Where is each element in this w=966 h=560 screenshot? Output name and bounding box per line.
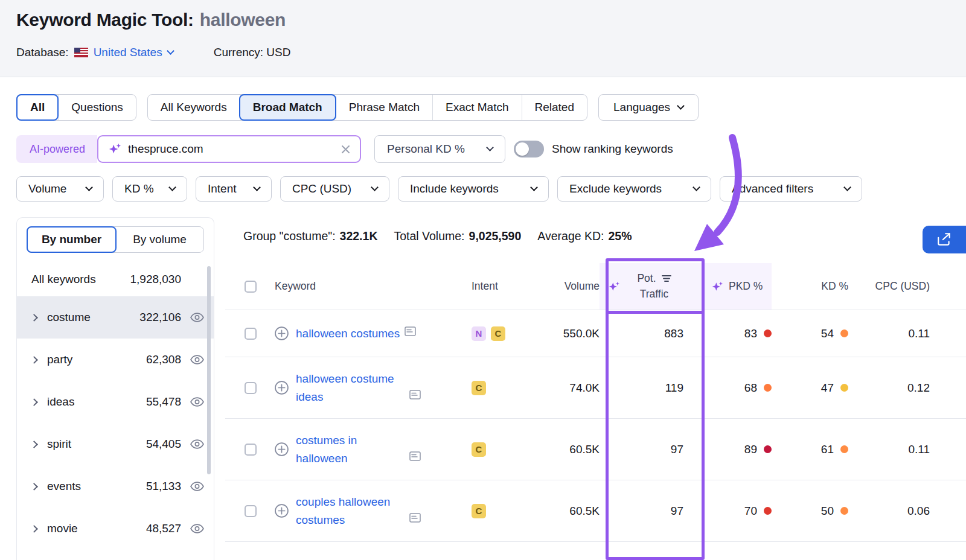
row-checkbox[interactable]: [245, 444, 257, 456]
tab-exact-match[interactable]: Exact Match: [432, 95, 522, 120]
kd-difficulty-dot: [840, 507, 848, 515]
kd-difficulty-dot: [840, 384, 848, 392]
pkd-value: 68: [694, 381, 772, 395]
export-button[interactable]: [923, 226, 966, 253]
sort-by-volume-button[interactable]: By volume: [116, 227, 203, 252]
row-checkbox[interactable]: [245, 505, 257, 517]
eye-icon[interactable]: [181, 482, 204, 491]
column-header-pkd[interactable]: PKD %: [694, 263, 772, 310]
tabs-row: All Questions All Keywords Broad Match P…: [16, 94, 699, 121]
volume-filter[interactable]: Volume: [16, 176, 104, 202]
add-keyword-icon[interactable]: [275, 326, 289, 340]
select-all-checkbox[interactable]: [245, 281, 257, 293]
database-row: Database: United States Currency: USD: [16, 46, 290, 59]
database-selector[interactable]: United States: [94, 46, 173, 59]
serp-features-icon[interactable]: [405, 326, 416, 339]
serp-features-icon[interactable]: [409, 451, 421, 464]
personal-kd-dropdown[interactable]: Personal KD %: [374, 135, 505, 163]
tab-related[interactable]: Related: [522, 95, 587, 120]
intent-badge-commercial[interactable]: C: [472, 504, 486, 518]
sidebar-item-events[interactable]: events 51,133: [17, 465, 214, 508]
sort-by-number-button[interactable]: By number: [27, 226, 117, 253]
eye-icon[interactable]: [181, 439, 204, 449]
search-input[interactable]: thespruce.com: [97, 135, 361, 163]
pkd-difficulty-dot: [764, 329, 772, 337]
chevron-down-icon: [85, 183, 93, 191]
ai-sparkles-icon: [608, 281, 620, 293]
keywords-table-panel: Group "costume":322.1K Total Volume:9,02…: [225, 217, 966, 560]
add-keyword-icon[interactable]: [275, 442, 289, 456]
eye-icon[interactable]: [181, 397, 204, 407]
chevron-right-icon: [30, 314, 38, 322]
row-checkbox[interactable]: [245, 382, 257, 394]
column-header-volume[interactable]: Volume: [538, 263, 600, 310]
clear-search-icon[interactable]: [341, 145, 350, 154]
chevron-right-icon: [30, 356, 38, 364]
chevron-down-icon: [677, 102, 685, 110]
keyword-link[interactable]: costumes in halloween: [296, 431, 405, 467]
kd-difficulty-dot: [840, 445, 848, 453]
serp-features-icon[interactable]: [409, 389, 421, 402]
currency-label: Currency: USD: [214, 46, 291, 59]
chevron-right-icon: [30, 483, 38, 491]
include-keywords-filter[interactable]: Include keywords: [398, 176, 549, 202]
sidebar-scrollbar[interactable]: [207, 266, 211, 474]
sidebar-item-movie[interactable]: movie 48,527: [17, 508, 214, 550]
tab-all-keywords[interactable]: All Keywords: [148, 95, 240, 120]
top-header: Keyword Magic Tool:halloween Database: U…: [0, 0, 966, 77]
keyword-link[interactable]: couples halloween costumes: [296, 493, 405, 529]
cpc-filter[interactable]: CPC (USD): [280, 176, 389, 202]
database-value: United States: [94, 46, 162, 59]
sidebar-item-all-keywords[interactable]: All keywords 1,928,030: [17, 262, 214, 296]
keyword-magic-tool-page: Keyword Magic Tool:halloween Database: U…: [0, 0, 966, 560]
show-ranking-keywords-toggle[interactable]: [514, 141, 544, 158]
sidebar-item-costume[interactable]: costume 322,106: [17, 296, 214, 339]
intent-filter[interactable]: Intent: [196, 176, 272, 202]
keyword-link[interactable]: halloween costumes: [296, 325, 400, 342]
intent-badge-commercial[interactable]: C: [472, 381, 486, 395]
sort-icon[interactable]: [662, 275, 671, 282]
advanced-filters[interactable]: Advanced filters: [720, 176, 862, 202]
sidebar-sort-group: By number By volume: [27, 226, 204, 253]
total-volume-summary: Total Volume:9,025,590: [394, 229, 521, 243]
group-summary: Group "costume":322.1K: [243, 229, 377, 243]
tab-questions[interactable]: Questions: [58, 95, 136, 120]
chevron-right-icon: [30, 441, 38, 448]
add-keyword-icon[interactable]: [275, 504, 289, 518]
exclude-keywords-filter[interactable]: Exclude keywords: [557, 176, 711, 202]
column-header-cpc[interactable]: CPC (USD): [848, 263, 930, 310]
page-title-text: Keyword Magic Tool:: [16, 10, 194, 30]
keyword-link[interactable]: halloween costume ideas: [296, 370, 405, 406]
eye-icon[interactable]: [181, 524, 204, 533]
column-header-pot-traffic[interactable]: Pot. Traffic: [600, 263, 694, 310]
sidebar-item-party[interactable]: party 62,308: [17, 339, 214, 381]
chevron-down-icon: [693, 183, 700, 191]
intent-badge-navigational[interactable]: N: [472, 326, 486, 341]
kd-filter[interactable]: KD %: [112, 176, 187, 202]
kd-difficulty-dot: [840, 329, 848, 337]
column-header-intent[interactable]: Intent: [472, 263, 538, 310]
volume-value: 550.0K: [538, 327, 600, 340]
us-flag-icon: [74, 48, 88, 57]
chevron-down-icon: [843, 183, 851, 191]
eye-icon[interactable]: [181, 355, 204, 364]
serp-features-icon[interactable]: [409, 512, 421, 526]
pot-traffic-value: 883: [600, 327, 694, 340]
filters-row: Volume KD % Intent CPC (USD) Include key…: [16, 176, 862, 202]
row-checkbox[interactable]: [245, 328, 257, 340]
eye-icon[interactable]: [181, 313, 204, 322]
tab-phrase-match[interactable]: Phrase Match: [336, 95, 432, 120]
chevron-down-icon: [167, 47, 174, 55]
add-keyword-icon[interactable]: [275, 381, 289, 395]
sidebar-item-spirit[interactable]: spirit 54,405: [17, 423, 214, 465]
tab-broad-match[interactable]: Broad Match: [239, 94, 336, 121]
sidebar-item-ideas[interactable]: ideas 55,478: [17, 381, 214, 423]
intent-badge-commercial[interactable]: C: [472, 442, 486, 457]
languages-dropdown[interactable]: Languages: [598, 94, 699, 121]
table-row: couples halloween costumes C 60.5K 97 70…: [225, 480, 966, 542]
chevron-down-icon: [168, 183, 176, 191]
column-header-keyword[interactable]: Keyword: [257, 263, 472, 310]
tab-all[interactable]: All: [16, 94, 59, 121]
column-header-kd[interactable]: KD %: [772, 263, 848, 310]
intent-badge-commercial[interactable]: C: [491, 326, 505, 341]
